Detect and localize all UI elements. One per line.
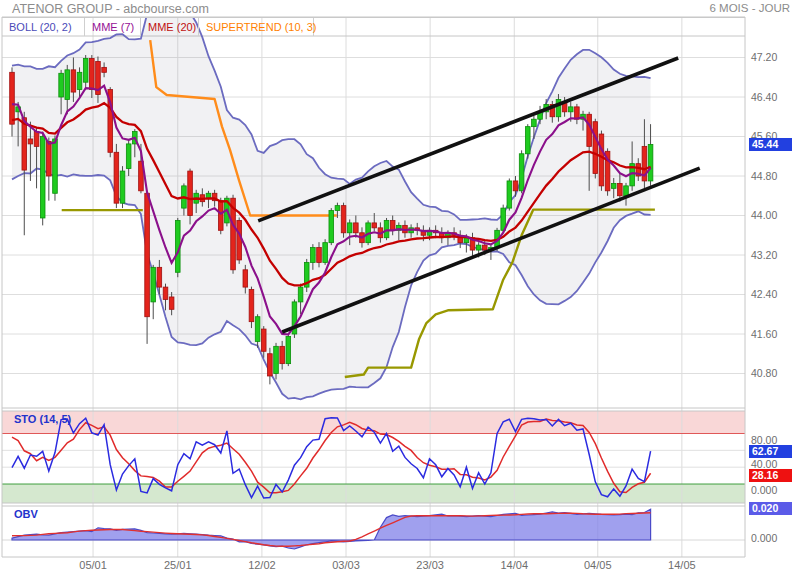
date-tick-label: 05/01 (71, 559, 115, 571)
candle (145, 193, 150, 316)
candle (611, 183, 616, 188)
candle (77, 72, 82, 89)
main-panel-layer (10, 0, 700, 399)
candle (59, 73, 64, 97)
candle (624, 186, 629, 196)
candle (507, 181, 512, 208)
price-tick-label: 44.80 (751, 170, 777, 182)
candle (268, 354, 273, 376)
stock-chart-canvas[interactable] (0, 0, 800, 580)
candle (347, 223, 352, 233)
price-tick-label: 41.60 (751, 328, 777, 340)
date-tick-label: 03/03 (324, 559, 368, 571)
candle (390, 220, 395, 230)
sto-panel-label: STO (14, 5) (14, 413, 71, 425)
price-tick-label: 46.40 (751, 91, 777, 103)
price-tick-label: 42.40 (751, 288, 777, 300)
candle (90, 58, 95, 89)
candle (157, 267, 162, 287)
candle (47, 141, 52, 176)
candle (83, 58, 88, 82)
legend-mme7[interactable]: MME (7) (85, 18, 141, 36)
candle (648, 144, 653, 181)
price-tick-label: 47.20 (751, 51, 777, 63)
candle (286, 336, 291, 363)
candle (126, 144, 131, 169)
candle (10, 72, 15, 124)
date-tick-label: 12/02 (240, 559, 284, 571)
candle (298, 287, 303, 302)
candle (188, 171, 193, 215)
candle (40, 137, 45, 218)
date-tick-label: 23/03 (408, 559, 452, 571)
candle (372, 223, 377, 228)
candle (329, 211, 334, 243)
date-tick-label: 14/05 (660, 559, 704, 571)
timeframe-label: 6 MOIS - JOUR (709, 2, 790, 14)
page-title: ATENOR GROUP - abcbourse.com (12, 2, 209, 16)
candle (618, 183, 623, 195)
legend-spacer (314, 18, 745, 36)
sto-tick-label: 40.00 (751, 458, 777, 470)
price-tick-label: 44.00 (751, 209, 777, 221)
candle (476, 245, 481, 250)
candle (102, 67, 107, 72)
candle (120, 171, 125, 203)
chart-page: ATENOR GROUP - abcbourse.com 6 MOIS - JO… (0, 0, 800, 580)
date-tick-label: 04/05 (576, 559, 620, 571)
candle (261, 329, 266, 351)
price-tick-label: 40.80 (751, 367, 777, 379)
candle (519, 154, 524, 191)
candle (354, 223, 359, 233)
date-tick-label: 25/01 (156, 559, 200, 571)
candle (114, 152, 119, 203)
candle (53, 139, 58, 193)
candle (317, 248, 322, 263)
candle (593, 122, 598, 174)
candle (34, 132, 39, 147)
candle (249, 290, 254, 322)
legend-mme20[interactable]: MME (20) (141, 18, 199, 36)
candle (218, 201, 223, 231)
candle (243, 270, 248, 287)
candle (482, 245, 487, 250)
current-price-badge: 45.44 (749, 138, 792, 151)
obv-tick-label: 0.000 (751, 532, 777, 544)
sto-d-badge: 28.16 (749, 469, 792, 482)
candle (335, 206, 340, 211)
sto-tick-label: 0.000 (751, 484, 777, 496)
candle (22, 118, 27, 170)
candle (532, 119, 537, 126)
date-tick-label: 14/04 (492, 559, 536, 571)
obv-panel-label: OBV (14, 508, 38, 520)
candle (237, 220, 242, 260)
indicator-legend: BOLL (20, 2) MME (7) MME (20) SUPERTREND… (2, 17, 745, 36)
sto-k-badge: 62.67 (749, 445, 792, 458)
candle (163, 287, 168, 299)
candle (65, 70, 70, 100)
candle (513, 181, 518, 191)
candle (274, 346, 279, 373)
candle (384, 220, 389, 237)
candle (255, 317, 260, 342)
candle (311, 248, 316, 263)
candle (323, 243, 328, 263)
candle (280, 346, 285, 363)
obv-badge: 0.020 (749, 502, 792, 515)
sto-tick-label: 80.00 (751, 434, 777, 446)
candle (28, 139, 33, 144)
candle (151, 267, 156, 302)
candle (568, 107, 573, 112)
legend-supertrend[interactable]: SUPERTREND (10, 3) (199, 18, 314, 36)
price-tick-label: 43.20 (751, 249, 777, 261)
legend-bollinger[interactable]: BOLL (20, 2) (2, 18, 85, 36)
candle (71, 70, 76, 92)
candle (599, 134, 604, 186)
bollinger-fill (12, 0, 651, 399)
candle (169, 297, 174, 309)
candle (525, 127, 530, 154)
candle (587, 114, 592, 146)
obv-panel-layer (12, 509, 651, 549)
candle (341, 206, 346, 233)
